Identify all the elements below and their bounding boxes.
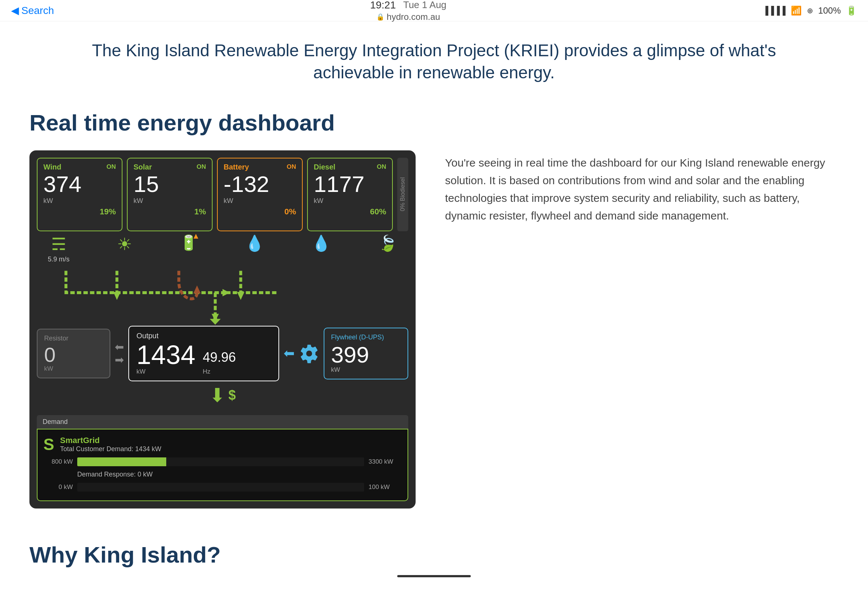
back-label[interactable]: Search <box>21 5 54 17</box>
signal-icon: ▐▐▐▐ <box>763 6 785 15</box>
status-right: ▐▐▐▐ 📶 ⊕ 100% 🔋 <box>763 6 857 16</box>
description-text: You're seeing in real time the dashboard… <box>445 154 839 225</box>
url-display[interactable]: hydro.com.au <box>387 12 440 22</box>
solar-label: Solar <box>133 163 152 171</box>
leaf-icon: 🍃 <box>378 234 397 252</box>
wind-card: Wind ON 374 kW 19% <box>37 158 122 231</box>
demand-section: Demand S SmartGrid Total Customer Demand… <box>37 415 408 501</box>
demand-bar-fill <box>77 458 166 466</box>
wifi-icon: 📶 <box>791 6 802 16</box>
battery-flow-icon: 🔋 ▲ <box>179 234 198 252</box>
diesel-unit: kW <box>314 197 386 205</box>
bottom-divider <box>397 575 471 577</box>
resistor-unit: kW <box>44 365 103 373</box>
resistor-value: 0 <box>44 345 103 365</box>
status-bar: ◀ Search 19:21 Tue 1 Aug 🔒 hydro.com.au … <box>0 0 868 21</box>
bar2-max-label: 100 kW <box>368 484 402 491</box>
flywheel-unit: kW <box>331 366 401 374</box>
demand-response-bar-row: 0 kW 100 kW <box>43 483 402 492</box>
diesel-value: 1177 <box>314 173 386 196</box>
time-display: 19:21 <box>370 0 396 11</box>
solar-card: Solar ON 15 kW 1% <box>127 158 213 231</box>
left-arrow-icon: ⬅ <box>115 340 124 353</box>
bottom-row: Resistor 0 kW ⬅ ➡ Output 1434 kW <box>37 326 408 381</box>
svg-marker-4 <box>237 292 244 300</box>
battery-percent: 100% <box>818 6 841 16</box>
right-arrow-icon: ➡ <box>115 353 124 366</box>
solar-percent: 1% <box>133 207 206 216</box>
dashboard-widget: Wind ON 374 kW 19% Solar ON 15 kW 1% <box>29 150 416 509</box>
leaf-flow-icon: 🍃 <box>378 234 397 252</box>
gear-icon <box>299 343 319 363</box>
battery-percent-val: 0% <box>224 207 296 216</box>
output-value: 1434 <box>136 342 195 368</box>
down-arrow-large-icon: ⬇ <box>209 384 226 406</box>
biodiesel-label: 0% Biodiesel <box>399 174 406 214</box>
diesel-label: Diesel <box>314 163 336 171</box>
solar-unit: kW <box>133 197 206 205</box>
section-heading: Real time energy dashboard <box>29 110 839 136</box>
wind-label: Wind <box>43 163 62 171</box>
fuel-drop-icon: 💧 <box>245 234 264 252</box>
smartgrid-info: SmartGrid Total Customer Demand: 1434 kW <box>60 436 161 453</box>
svg-marker-2 <box>193 285 201 294</box>
bar1-min-label: 800 kW <box>43 458 73 465</box>
status-center: 19:21 Tue 1 Aug 🔒 hydro.com.au <box>370 0 447 22</box>
hero-text: The King Island Renewable Energy Integra… <box>29 40 839 84</box>
wind-unit: kW <box>43 197 116 205</box>
flywheel-arrow: ⬅ <box>283 346 295 361</box>
resistor-label: Resistor <box>44 335 103 342</box>
output-card: Output 1434 kW 49.96 Hz <box>128 326 279 381</box>
water-flow-icon: 💧 <box>311 234 331 252</box>
bar2-min-label: 0 kW <box>43 484 73 491</box>
svg-marker-1 <box>113 292 121 300</box>
demand-response-label: Demand Response: 0 kW <box>77 469 402 480</box>
battery-arrow-container: 🔋 ▲ <box>179 234 198 252</box>
battery-status: ON <box>287 163 296 171</box>
battery-label: Battery <box>224 163 249 171</box>
wind-percent: 19% <box>43 207 116 216</box>
why-section: Why King Island? <box>29 534 839 577</box>
up-arrow-icon: ▲ <box>192 231 200 241</box>
wind-value: 374 <box>43 173 116 196</box>
sun-icon: ☀ <box>117 234 132 254</box>
response-bar-track <box>77 483 364 492</box>
diesel-status: ON <box>377 163 387 171</box>
smartgrid-row: S SmartGrid Total Customer Demand: 1434 … <box>43 435 402 454</box>
solar-value: 15 <box>133 173 206 196</box>
flywheel-card: Flywheel (D-UPS) 399 kW <box>324 328 408 379</box>
wind-turbine-icon: ☴ <box>51 234 66 254</box>
wind-status: ON <box>107 163 116 171</box>
screen-icon: ⊕ <box>807 6 813 15</box>
water-drop-icon: 💧 <box>311 234 331 252</box>
smartgrid-logo: S <box>43 435 54 454</box>
output-freq-unit: Hz <box>203 368 236 376</box>
output-freq: 49.96 <box>203 349 236 365</box>
flow-area: ☴ 5.9 m/s ☀ 🔋 ▲ <box>37 234 408 322</box>
diesel-flow-icon: 💧 <box>245 234 264 252</box>
flywheel-value: 399 <box>331 343 401 366</box>
demand-bar-row: 800 kW 3300 kW <box>43 458 402 466</box>
solar-flow-icon: ☀ <box>117 234 132 254</box>
battery-unit: kW <box>224 197 296 205</box>
flywheel-label: Flywheel (D-UPS) <box>331 334 401 341</box>
output-label: Output <box>136 332 271 340</box>
svg-marker-5 <box>210 319 221 325</box>
description-panel: You're seeing in real time the dashboard… <box>445 150 839 225</box>
demand-header: Demand <box>37 415 408 429</box>
demand-body: S SmartGrid Total Customer Demand: 1434 … <box>37 429 408 501</box>
smartgrid-demand-text: Total Customer Demand: 1434 kW <box>60 445 161 453</box>
dashboard-layout: Wind ON 374 kW 19% Solar ON 15 kW 1% <box>29 150 839 509</box>
date-display: Tue 1 Aug <box>403 0 447 11</box>
demand-symbol-icon: $ <box>228 388 236 403</box>
page-content: The King Island Renewable Energy Integra… <box>0 21 868 603</box>
bar1-max-label: 3300 kW <box>368 458 402 465</box>
back-chevron: ◀ <box>11 5 19 17</box>
why-heading: Why King Island? <box>29 541 839 568</box>
wind-flow-icon: ☴ 5.9 m/s <box>48 234 70 263</box>
battery-value: -132 <box>224 173 296 196</box>
diesel-percent: 60% <box>314 207 386 216</box>
smartgrid-title: SmartGrid <box>60 436 161 445</box>
wind-speed: 5.9 m/s <box>48 255 70 263</box>
battery-icon: 🔋 <box>846 6 857 16</box>
